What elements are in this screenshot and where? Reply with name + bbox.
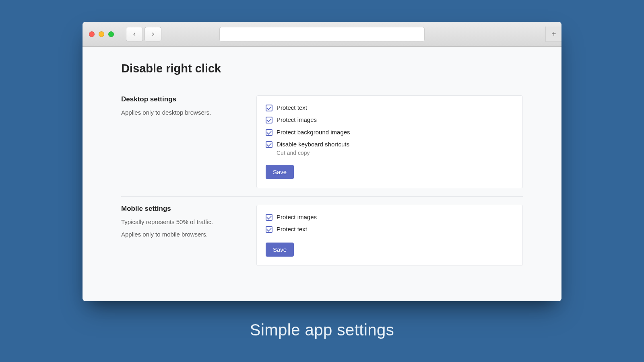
new-tab-button[interactable] (545, 27, 561, 42)
mobile-settings-description-1: Typically represents 50% of traffic. (121, 218, 242, 226)
checkbox-label: Protect text (277, 225, 307, 233)
protect-background-images-checkbox[interactable] (266, 129, 272, 136)
window-close-button[interactable] (89, 31, 95, 37)
desktop-settings-card: Protect text Protect images Protect back… (256, 95, 523, 188)
checkbox-row: Disable keyboard shortcuts Cut and copy (266, 140, 514, 156)
desktop-settings-section: Desktop settings Applies only to desktop… (121, 95, 523, 196)
mobile-protect-text-checkbox[interactable] (266, 226, 272, 233)
checkbox-label: Disable keyboard shortcuts (277, 140, 349, 148)
mobile-protect-images-checkbox[interactable] (266, 214, 272, 221)
nav-buttons (126, 27, 161, 41)
window-zoom-button[interactable] (108, 31, 114, 37)
back-button[interactable] (126, 27, 143, 41)
protect-images-checkbox[interactable] (266, 117, 272, 123)
browser-window: Disable right click Desktop settings App… (83, 22, 561, 301)
plus-icon (551, 31, 557, 37)
checkbox-row: Protect images (266, 213, 514, 221)
titlebar (83, 22, 561, 47)
mobile-settings-aside: Mobile settings Typically represents 50%… (121, 205, 242, 266)
chevron-right-icon (150, 31, 156, 37)
mobile-settings-heading: Mobile settings (121, 205, 242, 213)
checkbox-row: Protect text (266, 225, 514, 233)
image-caption: Simple app settings (0, 321, 644, 339)
traffic-lights (89, 31, 114, 37)
desktop-settings-aside: Desktop settings Applies only to desktop… (121, 95, 242, 188)
url-bar[interactable] (219, 27, 425, 41)
forward-button[interactable] (144, 27, 161, 41)
mobile-settings-description-2: Applies only to mobile browsers. (121, 230, 242, 239)
checkbox-label: Protect background images (277, 128, 350, 136)
checkbox-row: Protect images (266, 116, 514, 124)
checkbox-row: Protect background images (266, 128, 514, 136)
desktop-save-button[interactable]: Save (266, 165, 294, 179)
desktop-settings-heading: Desktop settings (121, 95, 242, 103)
mobile-save-button[interactable]: Save (266, 243, 294, 257)
page-title: Disable right click (121, 62, 523, 75)
mobile-settings-section: Mobile settings Typically represents 50%… (121, 196, 523, 274)
checkbox-label: Protect images (277, 213, 317, 221)
checkbox-row: Protect text (266, 104, 514, 112)
desktop-settings-description: Applies only to desktop browsers. (121, 108, 242, 117)
checkbox-hint: Cut and copy (277, 150, 349, 156)
chevron-left-icon (132, 31, 137, 37)
checkbox-label: Protect images (277, 116, 317, 124)
checkbox-label: Protect text (277, 104, 307, 112)
protect-text-checkbox[interactable] (266, 105, 272, 111)
disable-keyboard-shortcuts-checkbox[interactable] (266, 141, 272, 148)
content-area: Disable right click Desktop settings App… (83, 47, 561, 301)
mobile-settings-card: Protect images Protect text Save (256, 205, 523, 266)
window-minimize-button[interactable] (99, 31, 104, 37)
